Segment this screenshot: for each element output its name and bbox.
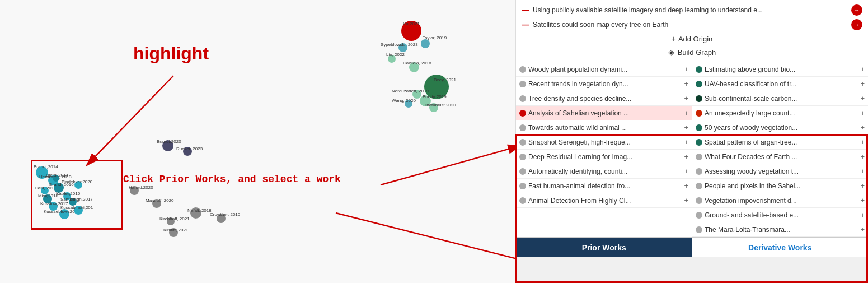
tab-prior-works-label: Prior Works [582,243,626,252]
paper-add-icon[interactable]: + [860,167,865,175]
paper-title: Woody plant population dynami... [528,66,682,73]
right-paper-row[interactable]: What Four Decades of Earth ...+ [692,150,868,164]
build-graph-row: ◈ Build Graph [522,45,862,59]
paper-title: The Mara-Loita-Transmara... [705,226,858,234]
paper-add-icon[interactable]: + [860,225,865,234]
paper-title: Spatial patterns of argan-tree... [705,138,858,146]
paper-add-icon[interactable]: + [684,152,688,161]
paper-dot [519,110,526,117]
add-origin-plus-icon[interactable]: + [672,34,676,43]
paper-title: Snapshot Serengeti, high-freque... [528,138,682,146]
paper-dot [696,154,702,160]
right-panel: — Using publicly available satellite ima… [515,0,868,257]
origin-1-arrow-btn[interactable]: → [851,4,862,16]
paper-add-icon[interactable]: + [860,182,865,190]
right-paper-row[interactable]: An unexpectedly large count...+ [692,106,868,120]
paper-dot [696,212,702,219]
paper-dot [519,168,526,175]
paper-title: Towards automatic wild animal ... [528,124,682,132]
left-paper-row[interactable]: Snapshot Serengeti, high-freque...+ [516,135,692,150]
paper-dot [696,124,702,131]
paper-add-icon[interactable]: + [860,65,865,73]
paper-dot [696,197,702,204]
papers-section: Woody plant population dynami...+Recent … [516,62,868,237]
paper-dot [519,95,526,102]
origin-1-minus[interactable]: — [522,6,529,15]
paper-add-icon[interactable]: + [684,94,688,103]
paper-title: 50 years of woody vegetation... [705,124,858,132]
left-papers-col: Woody plant population dynami...+Recent … [516,62,692,237]
left-paper-row[interactable]: Automatically identifying, counti...+ [516,164,692,179]
paper-title: Vegetation impoverishment d... [705,197,858,205]
origins-section: — Using publicly available satellite ima… [516,0,868,62]
tab-derivative-works-label: Derivative Works [748,243,811,252]
left-paper-row[interactable]: Tree density and species decline...+ [516,91,692,106]
graph-canvas [0,0,515,283]
left-paper-row[interactable]: Towards automatic wild animal ...+ [516,120,692,135]
paper-add-icon[interactable]: + [684,138,688,146]
paper-title: People and pixels in the Sahel... [705,182,858,190]
tab-derivative-works[interactable]: Derivative Works [692,238,869,257]
paper-add-icon[interactable]: + [684,196,688,205]
build-graph-label[interactable]: Build Graph [678,48,716,57]
right-paper-row[interactable]: Vegetation impoverishment d...+ [692,193,868,208]
right-paper-row[interactable]: Assessing woody vegetation t...+ [692,164,868,179]
left-paper-row[interactable]: Analysis of Sahelian vegetation ...+ [516,106,692,120]
paper-dot [519,154,526,160]
paper-add-icon[interactable]: + [860,211,865,219]
right-paper-row[interactable]: 50 years of woody vegetation...+ [692,120,868,135]
add-origin-row: + Add Origin [522,32,862,45]
origin-2-arrow-btn[interactable]: → [851,19,862,30]
origin-2-minus[interactable]: — [522,20,529,29]
paper-add-icon[interactable]: + [684,109,688,117]
paper-title: What Four Decades of Earth ... [705,153,858,161]
paper-title: Ground- and satellite-based e... [705,211,858,219]
paper-dot [519,81,526,87]
paper-title: Fast human-animal detection fro... [528,182,682,190]
paper-add-icon[interactable]: + [860,196,865,205]
right-paper-row[interactable]: The Mara-Loita-Transmara...+ [692,222,868,237]
paper-add-icon[interactable]: + [860,94,865,103]
paper-add-icon[interactable]: + [684,80,688,88]
paper-dot [696,226,702,233]
paper-add-icon[interactable]: + [684,65,688,73]
right-paper-row[interactable]: Ground- and satellite-based e...+ [692,208,868,222]
paper-title: Sub-continental-scale carbon... [705,95,858,103]
paper-add-icon[interactable]: + [860,123,865,132]
paper-add-icon[interactable]: + [860,138,865,146]
paper-dot [696,139,702,146]
paper-title: Analysis of Sahelian vegetation ... [528,109,682,117]
paper-add-icon[interactable]: + [860,152,865,161]
paper-add-icon[interactable]: + [860,80,865,88]
paper-title: UAV-based classification of tr... [705,80,858,88]
tabs-section: Prior Works Derivative Works [516,237,868,257]
paper-dot [696,168,702,175]
paper-title: Recent trends in vegetation dyn... [528,80,682,88]
paper-dot [696,95,702,102]
paper-dot [519,139,526,146]
paper-add-icon[interactable]: + [860,109,865,117]
paper-dot [696,183,702,189]
left-paper-row[interactable]: Deep Residual Learning for Imag...+ [516,150,692,164]
right-paper-row[interactable]: People and pixels in the Sahel...+ [692,179,868,193]
right-paper-row[interactable]: Sub-continental-scale carbon...+ [692,91,868,106]
paper-title: Tree density and species decline... [528,95,682,103]
right-paper-row[interactable]: UAV-based classification of tr...+ [692,77,868,91]
right-paper-row[interactable]: Estimating above ground bio...+ [692,62,868,77]
right-paper-row[interactable]: Spatial patterns of argan-tree...+ [692,135,868,150]
left-paper-row[interactable]: Animal Detection From Highly Cl...+ [516,193,692,208]
paper-dot [696,66,702,73]
origin-row-2: — Satellites could soon map every tree o… [522,17,862,32]
left-paper-row[interactable]: Woody plant population dynami...+ [516,62,692,77]
left-paper-row[interactable]: Recent trends in vegetation dyn...+ [516,77,692,91]
right-panel-wrapper: — Using publicly available satellite ima… [515,0,868,283]
paper-dot [519,183,526,189]
paper-title: Estimating above ground bio... [705,66,858,73]
paper-add-icon[interactable]: + [684,167,688,175]
paper-add-icon[interactable]: + [684,123,688,132]
tab-prior-works[interactable]: Prior Works [516,238,692,257]
paper-title: Automatically identifying, counti... [528,168,682,175]
paper-add-icon[interactable]: + [684,182,688,190]
origin-1-title: Using publicly available satellite image… [533,6,848,14]
left-paper-row[interactable]: Fast human-animal detection fro...+ [516,179,692,193]
